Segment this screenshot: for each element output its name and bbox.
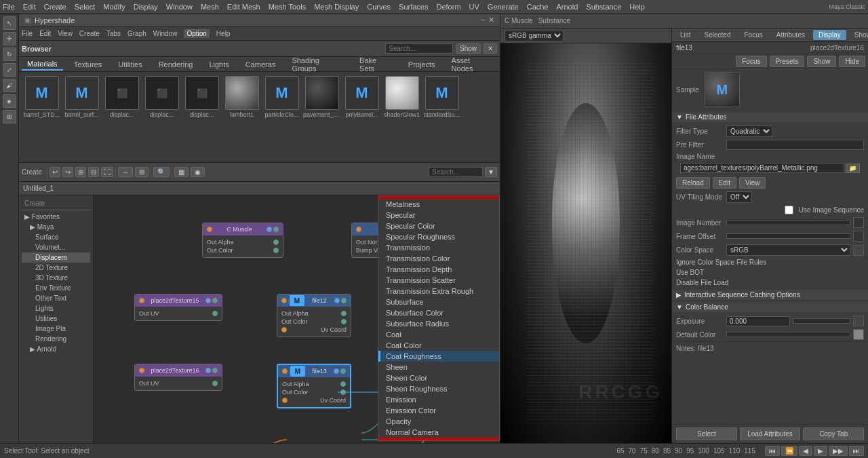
play-end-btn[interactable]: ⏭ [849, 446, 864, 456]
reload-btn[interactable]: Reload [676, 177, 710, 189]
node-search-btn[interactable]: ▼ [485, 167, 497, 177]
sidebar-utilities[interactable]: Utilities [22, 313, 90, 324]
material-lambert1[interactable]: lambert1 [223, 76, 260, 158]
tab-bake-sets[interactable]: Bake Sets [354, 55, 397, 74]
props-tab-focus[interactable]: Focus [738, 30, 768, 40]
port-f12-blue[interactable] [334, 298, 340, 303]
tab-cameras[interactable]: Cameras [240, 59, 281, 70]
node-search-input[interactable] [429, 167, 483, 177]
browser-search[interactable] [385, 43, 453, 54]
move-tool[interactable]: ✛ [3, 32, 16, 45]
shader-item-specular[interactable]: Specular [378, 210, 499, 221]
tab-rendering[interactable]: Rendering [153, 59, 199, 70]
port-p2d15-in[interactable] [139, 298, 144, 303]
tab-textures[interactable]: Textures [68, 59, 108, 70]
sidebar-maya[interactable]: ▶ Maya [22, 222, 90, 232]
node-tool2[interactable]: ↪ [62, 167, 73, 177]
shader-item-transmission[interactable]: Transmission [378, 242, 499, 253]
browser-show-btn[interactable]: Show [456, 43, 481, 54]
node-tool1[interactable]: ↩ [50, 167, 60, 177]
menu-arnold[interactable]: Arnold [557, 3, 578, 11]
props-tab-display[interactable]: Display [813, 30, 846, 40]
presets-btn[interactable]: Presets [770, 56, 805, 67]
props-tab-list[interactable]: List [675, 30, 696, 40]
port-p2d16-out[interactable] [212, 368, 218, 373]
menu-cache[interactable]: Cache [527, 3, 549, 11]
shader-item-sheen-roughness[interactable]: Sheen Roughness [378, 383, 499, 394]
node-layout-btn[interactable]: ↔ [118, 167, 133, 177]
image-name-input[interactable] [680, 163, 844, 173]
exposure-swatch[interactable] [853, 316, 864, 326]
create-label[interactable]: Create [22, 198, 90, 208]
menu-curves[interactable]: Curves [367, 3, 391, 11]
play-next-btn[interactable]: ▶▶ [829, 446, 848, 456]
menu-modify[interactable]: Modify [103, 3, 125, 11]
material-shader-glow[interactable]: shaderGlow1 [383, 76, 420, 158]
menu-edit[interactable]: Edit [23, 3, 36, 11]
default-color-slider[interactable] [726, 332, 850, 337]
play-start-btn[interactable]: ⏮ [765, 446, 780, 456]
port-bump-in[interactable] [356, 227, 361, 232]
view-btn[interactable]: View [739, 177, 766, 189]
sidebar-lights[interactable]: Lights [22, 303, 90, 313]
port-f12-alpha[interactable] [341, 311, 347, 316]
port-p2d15-out-blue[interactable] [205, 298, 211, 303]
hide-btn[interactable]: Hide [839, 56, 865, 67]
port-out-green[interactable] [273, 227, 279, 232]
hypershade-minimize[interactable]: − [481, 16, 486, 24]
shader-item-normal-camera[interactable]: Normal Camera [378, 427, 499, 438]
port-out-alpha[interactable] [273, 240, 279, 245]
node-place2d15[interactable]: place2dTexture15 Out UV [134, 294, 222, 321]
tool6[interactable]: ⊞ [3, 110, 16, 123]
port-f13-in[interactable] [282, 368, 288, 374]
material-particle[interactable]: M particleClo... [263, 76, 300, 158]
sidebar-arnold[interactable]: ▶ Arnold [22, 344, 90, 354]
shader-item-metalness[interactable]: Metalness [378, 199, 499, 210]
shader-item-coat-roughness[interactable]: Coat Roughness [378, 351, 499, 362]
node-grid-btn[interactable]: ⊞ [135, 167, 149, 177]
node-file13[interactable]: M file13 Out Alpha [277, 364, 351, 408]
sidebar-volumetric[interactable]: Volumet... [22, 242, 90, 252]
uv-tiling-select[interactable]: Off [726, 191, 752, 203]
hs-menu-options[interactable]: Option [184, 29, 209, 38]
color-space-select[interactable]: sRGB [726, 244, 850, 256]
tab-lights[interactable]: Lights [203, 59, 234, 70]
port-p2d15-uv-out[interactable] [212, 311, 218, 316]
color-space-swatch[interactable] [853, 245, 864, 256]
port-in-orange[interactable] [207, 227, 212, 232]
port-f13-color[interactable] [340, 389, 346, 395]
play-btn[interactable]: ▶ [814, 446, 827, 456]
select-tool[interactable]: ↖ [3, 16, 16, 30]
sidebar-env-texture[interactable]: Env Texture [22, 283, 90, 293]
menu-generate[interactable]: Generate [488, 3, 519, 11]
material-standard-su[interactable]: M standardSu... [423, 76, 460, 158]
shader-item-subsurface-color[interactable]: Subsurface Color [378, 307, 499, 318]
sidebar-displacement[interactable]: Displacem [22, 252, 90, 263]
play-prev-frame-btn[interactable]: ⏪ [781, 446, 797, 456]
shader-item-transmission-depth[interactable]: Transmission Depth [378, 264, 499, 275]
menu-help[interactable]: Help [629, 3, 645, 11]
section-file-attrs[interactable]: ▼ File Attributes [672, 112, 868, 122]
focus-btn[interactable]: Focus [736, 56, 766, 67]
image-number-swatch[interactable] [853, 217, 864, 228]
exposure-input[interactable] [726, 316, 790, 326]
material-displace2[interactable]: ⬛ displac... [143, 76, 180, 158]
tab-materials[interactable]: Materials [22, 58, 63, 71]
node-tool3[interactable]: ⊞ [75, 167, 86, 177]
port-f12-out[interactable] [341, 298, 347, 303]
tab-shading-groups[interactable]: Shading Groups [286, 55, 349, 74]
node-filter-btn[interactable]: ▦ [174, 167, 189, 177]
shader-item-sheen[interactable]: Sheen [378, 362, 499, 373]
node-tool4[interactable]: ⊟ [88, 167, 99, 177]
shader-item-emission-color[interactable]: Emission Color [378, 405, 499, 416]
sidebar-surface[interactable]: Surface [22, 232, 90, 242]
menu-surfaces[interactable]: Surfaces [399, 3, 428, 11]
browser-close-btn[interactable]: ✕ [484, 43, 497, 54]
port-f13-uv-in[interactable] [282, 398, 288, 403]
hs-menu-window[interactable]: Window [153, 30, 178, 37]
default-color-swatch[interactable] [853, 329, 864, 340]
gamma-select[interactable]: sRGB gamma [505, 30, 564, 41]
node-magnify-btn[interactable]: 🔍 [153, 167, 170, 177]
frame-offset-swatch[interactable] [853, 231, 864, 242]
shader-item-transmission-color[interactable]: Transmission Color [378, 253, 499, 264]
